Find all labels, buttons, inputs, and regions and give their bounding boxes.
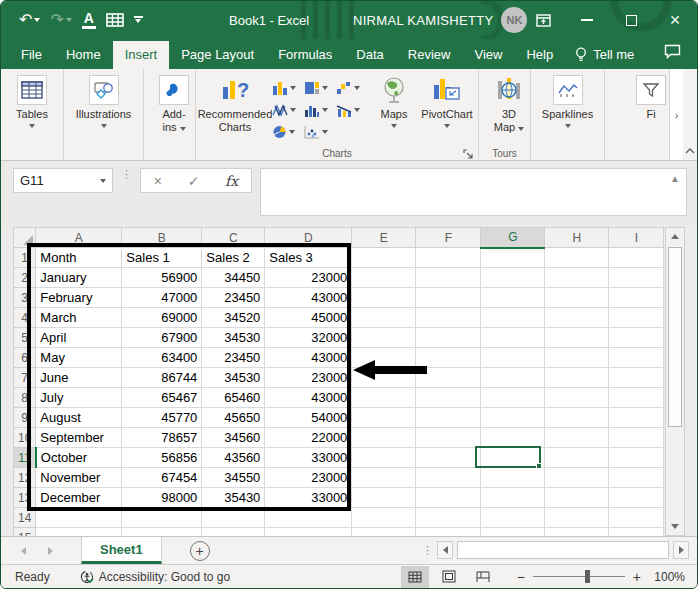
scroll-up-icon[interactable] bbox=[666, 228, 684, 245]
tables-button[interactable]: Tables bbox=[5, 73, 59, 130]
cell-B7[interactable]: 86744 bbox=[122, 368, 202, 388]
charts-dialog-launcher-icon[interactable] bbox=[463, 146, 475, 158]
row-header-14[interactable]: 14 bbox=[14, 508, 36, 528]
cell-F5[interactable] bbox=[416, 328, 481, 348]
cell-H15[interactable] bbox=[545, 528, 609, 537]
cell-B10[interactable]: 78657 bbox=[122, 428, 202, 448]
tab-help[interactable]: Help bbox=[514, 41, 565, 69]
cell-D11[interactable]: 33000 bbox=[265, 448, 352, 468]
cell-B6[interactable]: 63400 bbox=[122, 348, 202, 368]
cell-E2[interactable] bbox=[352, 268, 416, 288]
cell-E1[interactable] bbox=[352, 248, 416, 268]
combo-chart-button[interactable] bbox=[336, 99, 366, 121]
cell-H1[interactable] bbox=[545, 248, 609, 268]
cell-H12[interactable] bbox=[545, 468, 609, 488]
cell-E11[interactable] bbox=[352, 448, 416, 468]
cell-A12[interactable]: November bbox=[36, 468, 122, 488]
cell-F8[interactable] bbox=[416, 388, 481, 408]
cell-C5[interactable]: 34530 bbox=[202, 328, 265, 348]
tab-view[interactable]: View bbox=[462, 41, 514, 69]
cell-F7[interactable] bbox=[416, 368, 481, 388]
cell-I10[interactable] bbox=[609, 428, 664, 448]
cell-F11[interactable] bbox=[416, 448, 481, 468]
cell-B4[interactable]: 69000 bbox=[122, 308, 202, 328]
cell-D12[interactable]: 23000 bbox=[265, 468, 352, 488]
cell-H11[interactable] bbox=[545, 448, 609, 468]
cell-D4[interactable]: 45000 bbox=[265, 308, 352, 328]
cell-I3[interactable] bbox=[609, 288, 664, 308]
cell-I11[interactable] bbox=[609, 448, 664, 468]
comments-icon[interactable] bbox=[664, 44, 681, 63]
tab-formulas[interactable]: Formulas bbox=[266, 41, 344, 69]
cell-C6[interactable]: 23450 bbox=[202, 348, 265, 368]
cell-G5[interactable] bbox=[481, 328, 545, 348]
row-header-5[interactable]: 5 bbox=[14, 328, 36, 348]
cell-G3[interactable] bbox=[481, 288, 545, 308]
cell-B13[interactable]: 98000 bbox=[122, 488, 202, 508]
tab-page-layout[interactable]: Page Layout bbox=[169, 41, 266, 69]
cell-G13[interactable] bbox=[481, 488, 545, 508]
cell-C3[interactable]: 23450 bbox=[202, 288, 265, 308]
row-header-2[interactable]: 2 bbox=[14, 268, 36, 288]
cell-B9[interactable]: 45770 bbox=[122, 408, 202, 428]
cell-B2[interactable]: 56900 bbox=[122, 268, 202, 288]
tab-insert[interactable]: Insert bbox=[113, 41, 170, 69]
accessibility-status[interactable]: Accessibility: Good to go bbox=[80, 570, 230, 584]
tab-data[interactable]: Data bbox=[344, 41, 395, 69]
row-header-1[interactable]: 1 bbox=[14, 248, 36, 268]
cell-B3[interactable]: 47000 bbox=[122, 288, 202, 308]
cell-E5[interactable] bbox=[352, 328, 416, 348]
name-box[interactable]: G11 bbox=[13, 168, 113, 193]
cell-A13[interactable]: December bbox=[36, 488, 122, 508]
cell-I9[interactable] bbox=[609, 408, 664, 428]
cell-I7[interactable] bbox=[609, 368, 664, 388]
cell-F14[interactable] bbox=[416, 508, 481, 528]
row-header-3[interactable]: 3 bbox=[14, 288, 36, 308]
column-header-D[interactable]: D bbox=[265, 228, 352, 248]
cell-F1[interactable] bbox=[416, 248, 481, 268]
cell-E8[interactable] bbox=[352, 388, 416, 408]
cell-I5[interactable] bbox=[609, 328, 664, 348]
cell-H7[interactable] bbox=[545, 368, 609, 388]
cell-G8[interactable] bbox=[481, 388, 545, 408]
recommended-charts-button[interactable]: ? RecommendedCharts bbox=[200, 73, 270, 135]
formula-bar-splitter[interactable]: ⋮ bbox=[121, 168, 132, 180]
cell-D8[interactable]: 43000 bbox=[265, 388, 352, 408]
zoom-out-button[interactable]: − bbox=[517, 569, 525, 585]
cell-A2[interactable]: January bbox=[36, 268, 122, 288]
new-sheet-button[interactable]: + bbox=[190, 541, 210, 561]
cell-I2[interactable] bbox=[609, 268, 664, 288]
cell-A11[interactable]: October bbox=[36, 448, 122, 468]
cell-H13[interactable] bbox=[545, 488, 609, 508]
bar-chart-button[interactable] bbox=[304, 99, 334, 121]
cell-I6[interactable] bbox=[609, 348, 664, 368]
cell-D15[interactable] bbox=[265, 528, 352, 537]
cell-H4[interactable] bbox=[545, 308, 609, 328]
page-layout-view-button[interactable] bbox=[435, 566, 463, 588]
column-header-B[interactable]: B bbox=[122, 228, 202, 248]
cell-I15[interactable] bbox=[609, 528, 664, 537]
cell-E4[interactable] bbox=[352, 308, 416, 328]
normal-view-button[interactable] bbox=[401, 566, 429, 588]
cell-H6[interactable] bbox=[545, 348, 609, 368]
redo-icon[interactable]: ↷ bbox=[50, 12, 71, 28]
cell-C11[interactable]: 43560 bbox=[202, 448, 265, 468]
cell-A15[interactable] bbox=[36, 528, 122, 537]
cell-A6[interactable]: May bbox=[36, 348, 122, 368]
row-header-8[interactable]: 8 bbox=[14, 388, 36, 408]
column-header-G[interactable]: G bbox=[481, 228, 545, 248]
cell-H8[interactable] bbox=[545, 388, 609, 408]
cell-D14[interactable] bbox=[265, 508, 352, 528]
cancel-entry-icon[interactable]: × bbox=[154, 173, 162, 189]
cell-G14[interactable] bbox=[481, 508, 545, 528]
column-header-E[interactable]: E bbox=[352, 228, 416, 248]
cell-C10[interactable]: 34560 bbox=[202, 428, 265, 448]
account-area[interactable]: NIRMAL KAMISHETTY NK bbox=[353, 7, 527, 33]
cell-D7[interactable]: 23000 bbox=[265, 368, 352, 388]
cell-H14[interactable] bbox=[545, 508, 609, 528]
cell-C4[interactable]: 34520 bbox=[202, 308, 265, 328]
zoom-slider[interactable] bbox=[533, 576, 625, 577]
cell-F13[interactable] bbox=[416, 488, 481, 508]
cell-F15[interactable] bbox=[416, 528, 481, 537]
cell-G6[interactable] bbox=[481, 348, 545, 368]
